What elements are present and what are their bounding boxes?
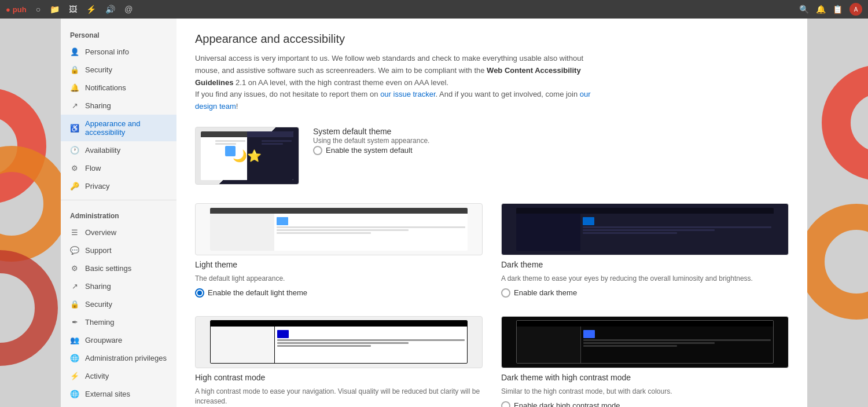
- circle-icon[interactable]: ○: [36, 5, 41, 14]
- light-radio-label: Enable the default light theme: [208, 288, 307, 297]
- logo-text: puh: [13, 5, 27, 14]
- right-deco-arc-1: [822, 65, 868, 181]
- admin-section-title: Administration: [61, 205, 176, 223]
- sidebar-item-label: Availability: [85, 146, 120, 155]
- topbar: ● puh ○ 📁 🖼 ⚡ 🔊 @ 🔍 🔔 📋 A: [0, 0, 868, 19]
- right-deco-arc-2: [807, 204, 868, 320]
- sidebar-item-label: Security: [85, 300, 112, 309]
- dark-hc-theme-desc: Similar to the high contrast mode, but w…: [501, 387, 789, 397]
- system-theme-text: System default theme Using the default s…: [313, 127, 789, 155]
- right-decoration: [807, 19, 868, 407]
- dark-hc-theme-radio[interactable]: Enable dark high contrast mode: [501, 401, 789, 407]
- dark-hc-radio-button[interactable]: [501, 401, 510, 407]
- sidebar-item-label: Privacy: [85, 182, 110, 190]
- sidebar-item-basic-settings[interactable]: ⚙ Basic settings: [61, 259, 176, 277]
- search-icon[interactable]: 🔍: [799, 5, 809, 14]
- sidebar-item-security[interactable]: 🔒 Security: [61, 61, 176, 79]
- sidebar-item-label: Sharing: [85, 101, 111, 110]
- high-contrast-theme-preview: [195, 316, 483, 368]
- deco-arc-2: [0, 146, 61, 262]
- sidebar-item-label: Notifications: [85, 83, 126, 92]
- sidebar-item-admin-security[interactable]: 🔒 Security: [61, 295, 176, 313]
- sidebar-item-label: Administration privileges: [85, 354, 167, 362]
- sidebar-item-label: Support: [85, 246, 112, 255]
- dark-theme-radio[interactable]: Enable dark theme: [501, 288, 789, 298]
- light-radio-button[interactable]: [195, 288, 204, 298]
- sidebar-item-overview[interactable]: ☰ Overview: [61, 223, 176, 241]
- groupware-icon: 👥: [70, 336, 79, 344]
- system-radio-button[interactable]: [313, 146, 322, 155]
- logo[interactable]: ● puh: [6, 5, 27, 14]
- sidebar-item-appearance[interactable]: ♿ Appearance and accessibility: [61, 115, 176, 141]
- sidebar-item-label: Theming: [85, 318, 115, 327]
- lock2-icon: 🔒: [70, 300, 79, 309]
- settings-icon: ⚙: [70, 264, 79, 273]
- main-wrapper: Personal 👤 Personal info 🔒 Security 🔔 No…: [0, 19, 868, 407]
- intro-paragraph-1: Universal access is very important to us…: [195, 54, 583, 87]
- page-title: Appearance and accessibility: [195, 32, 789, 46]
- issue-tracker-link[interactable]: our issue tracker: [380, 90, 435, 98]
- contacts-icon[interactable]: 📋: [833, 5, 843, 14]
- sidebar-divider: [61, 200, 176, 200]
- sidebar-item-groupware[interactable]: 👥 Groupware: [61, 331, 176, 349]
- light-theme-item: Light theme The default light appearance…: [195, 203, 483, 298]
- content-wrapper: Personal 👤 Personal info 🔒 Security 🔔 No…: [61, 19, 807, 407]
- dark-radio-label: Enable dark theme: [514, 288, 577, 297]
- sidebar-item-personal-info[interactable]: 👤 Personal info: [61, 43, 176, 61]
- sidebar-item-activity[interactable]: ⚡ Activity: [61, 367, 176, 385]
- flow-icon: ⚙: [70, 164, 79, 173]
- dark-radio-button[interactable]: [501, 288, 510, 298]
- overview-icon: ☰: [70, 228, 79, 237]
- system-preview-wrap: 🌙⭐: [195, 127, 299, 185]
- sidebar-item-support[interactable]: 💬 Support: [61, 241, 176, 259]
- sidebar-item-flow[interactable]: ⚙ Flow: [61, 159, 176, 177]
- share2-icon: ↗: [70, 282, 79, 291]
- dark-hc-theme-name: Dark theme with high contrast mode: [501, 373, 789, 382]
- sidebar-item-availability[interactable]: 🕐 Availability: [61, 141, 176, 159]
- main-content: Appearance and accessibility Universal a…: [176, 19, 807, 407]
- system-default-section: 🌙⭐ System default theme Using the defaul…: [195, 127, 789, 185]
- personal-section-title: Personal: [61, 24, 176, 43]
- topbar-right: 🔍 🔔 📋 A: [799, 3, 862, 16]
- wcag-bold: Web Content Accessibility Guidelines: [195, 66, 581, 87]
- system-theme-radio[interactable]: Enable the system default: [313, 146, 789, 155]
- at-icon[interactable]: @: [124, 5, 133, 14]
- intro-text: Universal access is very important to us…: [195, 53, 600, 113]
- key-icon: 🔑: [70, 182, 79, 190]
- person-icon: 👤: [70, 47, 79, 56]
- sidebar-item-theming[interactable]: ✒ Theming: [61, 313, 176, 331]
- intro-paragraph-2: If you find any issues, do not hesitate …: [195, 90, 591, 111]
- speaker-icon[interactable]: 🔊: [105, 5, 115, 14]
- dark-theme-item: Dark theme A dark theme to ease your eye…: [501, 203, 789, 298]
- avatar[interactable]: A: [849, 3, 862, 16]
- sidebar-item-notifications[interactable]: 🔔 Notifications: [61, 79, 176, 97]
- light-theme-radio[interactable]: Enable the default light theme: [195, 288, 483, 298]
- system-theme-desc: Using the default system appearance.: [313, 136, 789, 146]
- deco-arc-3: [0, 250, 58, 366]
- sidebar-item-admin-privileges[interactable]: 🌐 Administration privileges: [61, 349, 176, 367]
- flash-icon[interactable]: ⚡: [86, 5, 96, 14]
- logo-icon: ●: [6, 5, 10, 14]
- accessibility-icon: ♿: [70, 124, 79, 133]
- light-theme-name: Light theme: [195, 260, 483, 269]
- folder-icon[interactable]: 📁: [50, 5, 60, 14]
- sidebar-item-label: Groupware: [85, 336, 122, 344]
- dark-hc-theme-preview: [501, 316, 789, 368]
- sidebar-item-admin-sharing[interactable]: ↗ Sharing: [61, 277, 176, 295]
- image-icon[interactable]: 🖼: [69, 5, 77, 14]
- sidebar-item-privacy[interactable]: 🔑 Privacy: [61, 177, 176, 195]
- sidebar-item-label: Basic settings: [85, 264, 131, 273]
- support-icon: 💬: [70, 246, 79, 255]
- clock-icon: 🕐: [70, 146, 79, 155]
- sidebar-item-sharing[interactable]: ↗ Sharing: [61, 97, 176, 115]
- sidebar-item-label: Appearance and accessibility: [85, 119, 167, 137]
- sidebar-item-label: Sharing: [85, 282, 111, 291]
- theme-grid-row-1: Light theme The default light appearance…: [195, 203, 789, 298]
- activity-icon: ⚡: [70, 372, 79, 380]
- sidebar: Personal 👤 Personal info 🔒 Security 🔔 No…: [61, 19, 176, 407]
- notifications-icon[interactable]: 🔔: [816, 5, 826, 14]
- sidebar-item-external-sites[interactable]: 🌐 External sites: [61, 385, 176, 403]
- dark-theme-preview: [501, 203, 789, 255]
- sidebar-item-label: Activity: [85, 372, 109, 380]
- sidebar-item-label: Flow: [85, 164, 101, 173]
